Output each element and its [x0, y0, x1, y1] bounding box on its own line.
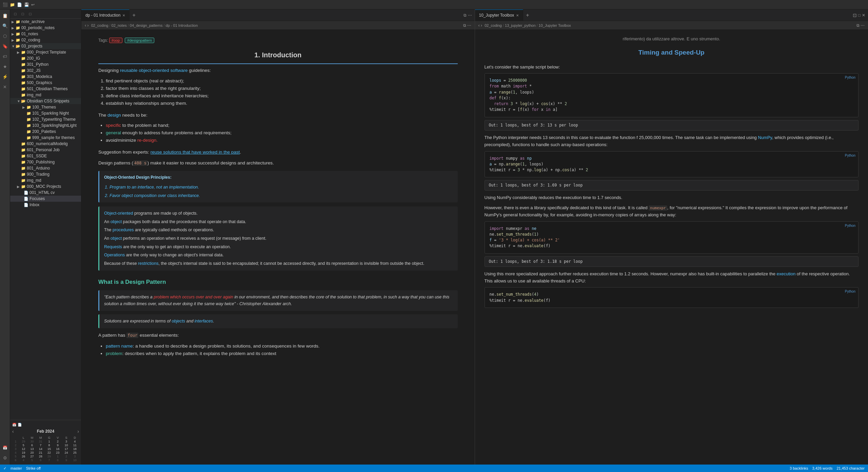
cal-day-7[interactable]: 7 [37, 444, 45, 447]
right-nav-prev[interactable]: ‹ [478, 23, 480, 28]
tree-item-200-pal[interactable]: 📁 200_Palettes [10, 129, 81, 135]
cal-day-21[interactable]: 21 [37, 451, 45, 454]
settings-activity-icon[interactable]: ⚙ [0, 453, 10, 463]
cal-day-24[interactable]: 24 [62, 451, 70, 454]
cal-day-10-next[interactable]: 10 [71, 458, 79, 462]
tree-item-801-ard[interactable]: 📁 801_Arduino [10, 165, 81, 171]
status-branch[interactable]: ✓ [3, 466, 6, 471]
cal-day-27[interactable]: 27 [28, 455, 36, 458]
sidebar-sort-icon[interactable]: □ [27, 11, 33, 17]
right-tab-active[interactable]: 10_Jupyter Toolbox ✕ [475, 9, 524, 21]
tree-item-03-projects[interactable]: ▼ 📂 03_projects [10, 43, 81, 49]
cal-day-5-next[interactable]: 5 [28, 458, 36, 462]
cal-day-8-next[interactable]: 8 [54, 458, 62, 462]
tree-item-02-coding[interactable]: ▶ 📁 02_coding [10, 37, 81, 43]
tree-item-302-js[interactable]: 📁 302_JS [10, 67, 81, 74]
file-icon[interactable]: 📁 [10, 2, 15, 7]
right-pane-layout-icon[interactable]: ⧉ [856, 23, 860, 28]
left-tab-active[interactable]: dp - 01 Introduction ✕ [81, 9, 130, 21]
tree-item-001-html[interactable]: 📄 001_HTML cv [10, 190, 81, 196]
tree-item-01-notes[interactable]: ▶ 📁 01_notes [10, 31, 81, 37]
cal-day-6-next[interactable]: 6 [37, 458, 45, 462]
right-tab-add-button[interactable]: + [523, 9, 532, 21]
tree-item-999-sample[interactable]: 📁 999_sample for themes [10, 135, 81, 141]
cal-day-26[interactable]: 26 [19, 455, 27, 458]
cal-day-2[interactable]: 2 [54, 440, 62, 443]
back-icon[interactable]: ↩ [31, 2, 35, 7]
tree-item-501-obsidian[interactable]: 📁 501_Obsidian Themes [10, 86, 81, 92]
cal-day-17[interactable]: 17 [62, 447, 70, 451]
cal-day-29-prev[interactable]: 29 [19, 440, 27, 443]
left-tab-close-icon[interactable]: ✕ [122, 14, 125, 17]
cal-day-3[interactable]: 3 [62, 440, 70, 443]
cal-day-9[interactable]: 9 [54, 444, 62, 447]
graph-activity-icon[interactable]: ⬡ [0, 31, 10, 41]
right-tab-close-icon[interactable]: ✕ [516, 14, 519, 17]
tree-item-000-moc[interactable]: ▶ 📁 000_MOC Projects [10, 183, 81, 190]
cal-day-12[interactable]: 12 [19, 447, 27, 451]
cal-day-30-prev[interactable]: 30 [28, 440, 36, 443]
cal-day-7-next[interactable]: 7 [45, 458, 53, 462]
star-activity-icon[interactable]: ★ [0, 62, 10, 71]
cal-day-8[interactable]: 8 [45, 444, 53, 447]
calendar-prev-button[interactable]: ‹ [12, 429, 14, 434]
cal-day-6[interactable]: 6 [28, 444, 36, 447]
tree-item-focuses[interactable]: 📄 Focuses [10, 196, 81, 202]
tree-item-note-archive[interactable]: ▶ 📁 note_archive [10, 19, 81, 25]
tree-item-00-periodic[interactable]: ▶ 📁 00_periodic_notes [10, 25, 81, 31]
cal-day-25[interactable]: 25 [71, 451, 79, 454]
tree-item-101-spark[interactable]: 📁 101_Sparkling Night [10, 110, 81, 116]
cal-day-9-next[interactable]: 9 [62, 458, 70, 462]
search-activity-icon[interactable]: 🔍 [0, 21, 10, 31]
cal-day-1-next-a[interactable]: 1 [54, 455, 62, 458]
cal-day-16[interactable]: 16 [54, 447, 62, 451]
cal-day-31-prev[interactable]: 31 [37, 440, 45, 443]
tag-dp[interactable]: #designpattern [125, 38, 154, 43]
cal-day-10[interactable]: 10 [62, 444, 70, 447]
cal-day-5[interactable]: 5 [19, 444, 27, 447]
tree-item-500-graphics[interactable]: 📁 500_Graphics [10, 80, 81, 86]
cal-day-3-next-a[interactable]: 3 [71, 455, 79, 458]
jupyter-editor[interactable]: riferimento) da utilizzare altrove. E un… [475, 30, 868, 465]
tree-item-700-pub[interactable]: 📁 700_Publishing [10, 159, 81, 165]
new-file-icon[interactable]: 📄 [17, 2, 22, 7]
cal-day-23[interactable]: 23 [54, 451, 62, 454]
cal-day-15[interactable]: 15 [45, 447, 53, 451]
sidebar-new-note-icon[interactable]: □ [12, 11, 18, 17]
tree-item-200-IG[interactable]: 📁 200_IG [10, 55, 81, 61]
sidebar-new-folder-icon[interactable]: □ [20, 11, 26, 17]
cal-day-11[interactable]: 11 [71, 444, 79, 447]
tag-activity-icon[interactable]: 🏷 [0, 52, 10, 61]
cal-day-19[interactable]: 19 [19, 451, 27, 454]
calendar-tool-icon[interactable]: 📅 [12, 423, 16, 427]
tree-item-102-type[interactable]: 📁 102_Typewriting Theme [10, 116, 81, 122]
tree-item-103-snl[interactable]: 📁 103_SparklingNightLight [10, 122, 81, 129]
right-split-icon[interactable]: ⊡ [853, 13, 857, 18]
tree-item-img-md1[interactable]: 📁 img_md [10, 92, 81, 98]
save-icon[interactable]: 💾 [24, 2, 29, 7]
calendar-activity-icon[interactable]: 📅 [0, 443, 10, 452]
plugin-activity-icon[interactable]: ⚡ [0, 72, 10, 81]
tree-item-inbox[interactable]: 📄 Inbox [10, 202, 81, 208]
tree-item-css-snip[interactable]: ▼ 📂 Obsidian CSS Snippets [10, 98, 81, 104]
tree-item-img-md2[interactable]: 📁 img_md [10, 177, 81, 183]
right-close-pane-icon[interactable]: ✕ [862, 13, 865, 18]
tree-item-000-proj[interactable]: ▶ 📁 000_Project Template [10, 49, 81, 55]
tag-oop[interactable]: #oop [109, 38, 122, 43]
bookmark-activity-icon[interactable]: 🔖 [0, 41, 10, 51]
pane-more-icon[interactable]: ⋯ [467, 23, 471, 28]
cal-day-18[interactable]: 18 [71, 447, 79, 451]
cal-day-22[interactable]: 22 [45, 451, 53, 454]
new-note-tool-icon[interactable]: 📄 [18, 423, 22, 427]
right-fullscreen-icon[interactable]: □ [858, 13, 861, 18]
split-pane-icon[interactable]: ⧉ [463, 13, 467, 18]
tree-item-301-python[interactable]: 📁 301_Python [10, 61, 81, 67]
pane-layout-icon[interactable]: ⧉ [463, 23, 466, 28]
tree-item-601-ssde[interactable]: 📁 601_SSDE [10, 153, 81, 159]
cal-day-13[interactable]: 13 [28, 447, 36, 451]
cal-day-14[interactable]: 14 [37, 447, 45, 451]
left-editor[interactable]: Tags: #oop #designpattern 1. Introductio… [81, 30, 475, 465]
calendar-next-button[interactable]: › [77, 429, 79, 434]
breadcrumb-nav-prev[interactable]: ‹ [85, 23, 86, 28]
cal-day-28[interactable]: 28 [37, 455, 45, 458]
